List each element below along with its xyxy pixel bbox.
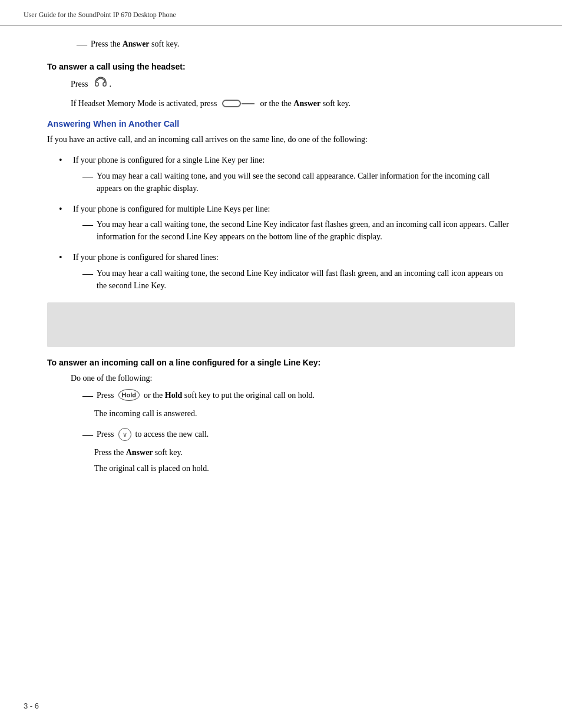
or-the-hold: or the Hold soft key to put the original…	[144, 389, 315, 401]
dash-sym-nav: —	[82, 428, 97, 442]
answer-bold3: Answer	[126, 448, 155, 457]
bullet-3-sub-text: You may hear a call waiting tone, the se…	[97, 267, 515, 292]
hold-icon: Hold	[118, 389, 140, 401]
bullet-3: • If your phone is configured for shared…	[59, 251, 515, 264]
step-hold-text: Press Hold or the Hold soft key to put t…	[97, 389, 315, 401]
main-content: — Press the Answer soft key. To answer a…	[0, 26, 562, 492]
nav-down-icon	[118, 428, 131, 441]
dash-sym-1: —	[82, 170, 97, 183]
bullet-2: • If your phone is configured for multip…	[59, 203, 515, 216]
dash-sym-2: —	[82, 218, 97, 232]
press-text-2: Press	[97, 428, 114, 440]
answering-section: Answering When in Another Call If you ha…	[47, 119, 515, 146]
press-text: Press	[97, 389, 114, 401]
soft-key-suffix: soft key.	[155, 448, 183, 457]
handset-body	[222, 100, 241, 107]
headset-icon	[94, 75, 108, 92]
or-the-text: or the	[260, 97, 279, 110]
press-label: Press	[71, 80, 88, 89]
dash-symbol: —	[77, 38, 91, 51]
incoming-call-heading: To answer an incoming call on a line con…	[47, 358, 515, 367]
page-footer: 3 - 6	[24, 701, 39, 710]
step-hold: — Press Hold or the Hold soft key to put…	[82, 389, 515, 403]
section-intro: If you have an active call, and an incom…	[47, 133, 515, 146]
incoming-call-section: To answer an incoming call on a line con…	[47, 358, 515, 475]
headset-memory-text: If Headset Memory Mode is activated, pre…	[71, 97, 217, 110]
dash-sym-hold: —	[82, 389, 97, 403]
bullet-2-sub-text: You may hear a call waiting tone, the se…	[97, 218, 515, 243]
press-answer-step: Press the Answer soft key.	[94, 446, 515, 459]
headset-memory-line: If Headset Memory Mode is activated, pre…	[71, 97, 515, 110]
bullet-sym-1: •	[59, 154, 73, 167]
handset-line	[242, 103, 254, 104]
page-number: 3 - 6	[24, 701, 39, 710]
answer-bold: Answer	[123, 39, 150, 48]
page-header: User Guide for the SoundPoint IP 670 Des…	[0, 0, 562, 26]
bullet-1: • If your phone is configured for a sing…	[59, 154, 515, 167]
hold-bold: Hold	[165, 391, 183, 400]
answer-softkey-text: Press the Answer soft key.	[91, 38, 179, 50]
bullet-3-main: If your phone is configured for shared l…	[73, 251, 219, 263]
gray-box	[47, 302, 515, 347]
headset-memory-end: the Answer soft key.	[282, 97, 351, 110]
answer-bold2: Answer	[293, 99, 320, 108]
bullet-1-sub: — You may hear a call waiting tone, and …	[82, 170, 515, 195]
handset-icon	[222, 100, 254, 107]
step-nav: — Press to access the new call.	[82, 428, 515, 442]
headset-section: To answer a call using the headset: Pres…	[47, 62, 515, 110]
bullet-2-main: If your phone is configured for multiple…	[73, 203, 270, 215]
bullets-list: • If your phone is configured for a sing…	[47, 154, 515, 291]
bullet-sym-3: •	[59, 251, 73, 264]
dash-sym-3: —	[82, 267, 97, 281]
press-the: Press the	[94, 448, 124, 457]
bullet-2-sub: — You may hear a call waiting tone, the …	[82, 218, 515, 243]
do-one-following: Do one of the following:	[71, 372, 515, 384]
page: User Guide for the SoundPoint IP 670 Des…	[0, 0, 562, 728]
bullet-1-sub-text: You may hear a call waiting tone, and yo…	[97, 170, 515, 195]
headset-press-line: Press .	[71, 76, 515, 93]
section-title: Answering When in Another Call	[47, 119, 515, 129]
headset-period: .	[110, 80, 112, 89]
bullet-3-sub: — You may hear a call waiting tone, the …	[82, 267, 515, 292]
bullet-1-main: If your phone is configured for a single…	[73, 154, 265, 166]
step-hold-result: The incoming call is answered.	[94, 407, 515, 420]
header-text: User Guide for the SoundPoint IP 670 Des…	[24, 11, 176, 19]
bullet-sym-2: •	[59, 203, 73, 216]
original-call-hold: The original call is placed on hold.	[94, 462, 515, 475]
answer-softkey-item: — Press the Answer soft key.	[77, 38, 515, 51]
headset-heading: To answer a call using the headset:	[47, 62, 515, 71]
access-new-call: to access the new call.	[135, 428, 209, 440]
step-nav-text: Press to access the new call.	[97, 428, 209, 441]
